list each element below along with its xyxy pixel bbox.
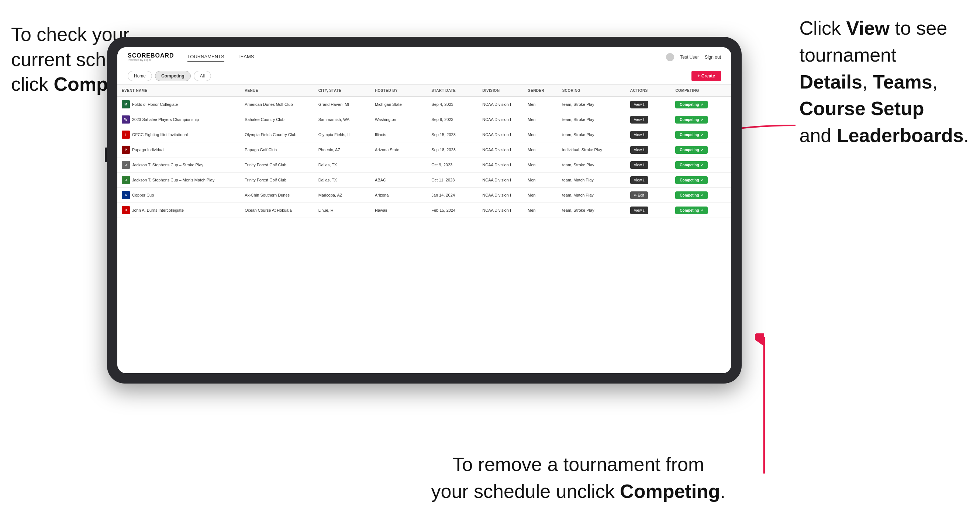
tournament-table: EVENT NAME VENUE CITY, STATE HOSTED BY S… <box>117 85 731 218</box>
competing-badge[interactable]: Competing ✓ <box>675 176 708 184</box>
event-name-cell: M Folds of Honor Collegiate <box>122 100 239 108</box>
annotation-top-right: Click View to see tournament Details, Te… <box>799 15 969 149</box>
team-logo: W <box>122 116 130 124</box>
event-name-cell: H John A. Burns Intercollegiate <box>122 206 239 214</box>
scoring-cell: team, Match Play <box>559 188 627 203</box>
hosted-by-cell: ABAC <box>372 173 428 188</box>
check-icon: ✓ <box>701 193 704 197</box>
hosted-by-cell: Michigan State <box>372 97 428 112</box>
event-name: Papago Individual <box>132 148 164 152</box>
division-cell: NCAA Division I <box>479 203 525 218</box>
tab-home[interactable]: Home <box>128 71 152 81</box>
table-row: I OFCC Fighting Illini Invitational Olym… <box>117 127 731 142</box>
city-state-cell: Lihue, HI <box>315 203 372 218</box>
event-name: Jackson T. Stephens Cup – Stroke Play <box>132 163 203 167</box>
col-division: DIVISION <box>479 85 525 97</box>
table-row: H John A. Burns Intercollegiate Ocean Co… <box>117 203 731 218</box>
city-state-cell: Phoenix, AZ <box>315 142 372 157</box>
venue-cell: Ocean Course At Hokuala <box>242 203 315 218</box>
event-name-cell: W 2023 Sahalee Players Championship <box>122 116 239 124</box>
city-state-cell: Grand Haven, MI <box>315 97 372 112</box>
event-name: OFCC Fighting Illini Invitational <box>132 132 188 137</box>
col-event-name: EVENT NAME <box>117 85 242 97</box>
tab-competing[interactable]: Competing <box>155 71 191 81</box>
scoring-cell: individual, Stroke Play <box>559 142 627 157</box>
user-name: Test User <box>680 55 699 60</box>
division-cell: NCAA Division I <box>479 97 525 112</box>
scoring-cell: team, Stroke Play <box>559 97 627 112</box>
competing-badge[interactable]: Competing ✓ <box>675 146 708 154</box>
edit-button[interactable]: ✏ Edit <box>630 191 648 199</box>
actions-cell: View ℹ <box>627 142 673 157</box>
user-avatar-icon <box>666 53 674 61</box>
competing-cell: Competing ✓ <box>672 142 731 157</box>
actions-cell: View ℹ <box>627 157 673 173</box>
event-name-cell: J Jackson T. Stephens Cup – Men's Match … <box>122 176 239 184</box>
info-icon: ℹ <box>643 148 644 152</box>
division-cell: NCAA Division I <box>479 127 525 142</box>
tablet-device: SCOREBOARD Powered by clippi TOURNAMENTS… <box>107 37 741 384</box>
gender-cell: Men <box>525 173 559 188</box>
venue-cell: Trinity Forest Golf Club <box>242 173 315 188</box>
check-icon: ✓ <box>701 163 704 167</box>
nav-teams[interactable]: TEAMS <box>238 52 254 62</box>
hosted-by-cell: Washington <box>372 112 428 127</box>
competing-badge[interactable]: Competing ✓ <box>675 206 708 214</box>
competing-badge[interactable]: Competing ✓ <box>675 191 708 199</box>
view-button[interactable]: View ℹ <box>630 146 649 154</box>
competing-badge[interactable]: Competing ✓ <box>675 116 708 124</box>
start-date-cell: Oct 11, 2023 <box>428 173 479 188</box>
tournament-table-container: EVENT NAME VENUE CITY, STATE HOSTED BY S… <box>117 85 731 373</box>
competing-badge[interactable]: Competing ✓ <box>675 131 708 139</box>
venue-cell: Trinity Forest Golf Club <box>242 157 315 173</box>
col-actions: ACTIONS <box>627 85 673 97</box>
sign-out-link[interactable]: Sign out <box>705 55 721 60</box>
tablet-side-button <box>105 148 107 162</box>
event-name: 2023 Sahalee Players Championship <box>132 117 199 122</box>
hosted-by-cell: Hawaii <box>372 203 428 218</box>
city-state-cell: Dallas, TX <box>315 157 372 173</box>
gender-cell: Men <box>525 112 559 127</box>
info-icon: ℹ <box>643 117 644 122</box>
actions-cell: ✏ Edit <box>627 188 673 203</box>
start-date-cell: Sep 9, 2023 <box>428 112 479 127</box>
col-competing: COMPETING <box>672 85 731 97</box>
check-icon: ✓ <box>701 148 704 152</box>
info-icon: ℹ <box>643 133 644 137</box>
venue-cell: Sahalee Country Club <box>242 112 315 127</box>
event-name: Jackson T. Stephens Cup – Men's Match Pl… <box>132 178 215 182</box>
create-button[interactable]: + Create <box>692 71 721 81</box>
team-logo: J <box>122 161 130 169</box>
col-scoring: SCORING <box>559 85 627 97</box>
gender-cell: Men <box>525 127 559 142</box>
view-button[interactable]: View ℹ <box>630 176 649 184</box>
event-name: Copper Cup <box>132 193 154 197</box>
view-button[interactable]: View ℹ <box>630 161 649 169</box>
nav-tournaments[interactable]: TOURNAMENTS <box>188 52 224 62</box>
tab-all[interactable]: All <box>194 71 211 81</box>
start-date-cell: Sep 15, 2023 <box>428 127 479 142</box>
table-row: M Folds of Honor Collegiate American Dun… <box>117 97 731 112</box>
view-button[interactable]: View ℹ <box>630 131 649 139</box>
competing-badge[interactable]: Competing ✓ <box>675 161 708 169</box>
check-icon: ✓ <box>701 133 704 137</box>
competing-badge[interactable]: Competing ✓ <box>675 101 708 108</box>
view-button[interactable]: View ℹ <box>630 206 649 214</box>
table-row: J Jackson T. Stephens Cup – Stroke Play … <box>117 157 731 173</box>
view-button[interactable]: View ℹ <box>630 101 649 108</box>
start-date-cell: Sep 18, 2023 <box>428 142 479 157</box>
city-state-cell: Sammamish, WA <box>315 112 372 127</box>
gender-cell: Men <box>525 142 559 157</box>
view-button[interactable]: View ℹ <box>630 116 649 124</box>
gender-cell: Men <box>525 157 559 173</box>
start-date-cell: Feb 15, 2024 <box>428 203 479 218</box>
actions-cell: View ℹ <box>627 203 673 218</box>
col-venue: VENUE <box>242 85 315 97</box>
info-icon: ℹ <box>643 163 644 167</box>
hosted-by-cell: Arizona <box>372 188 428 203</box>
tablet-screen: SCOREBOARD Powered by clippi TOURNAMENTS… <box>117 47 731 373</box>
event-name-cell: I OFCC Fighting Illini Invitational <box>122 130 239 139</box>
division-cell: NCAA Division I <box>479 157 525 173</box>
gender-cell: Men <box>525 188 559 203</box>
info-icon: ℹ <box>643 103 644 106</box>
